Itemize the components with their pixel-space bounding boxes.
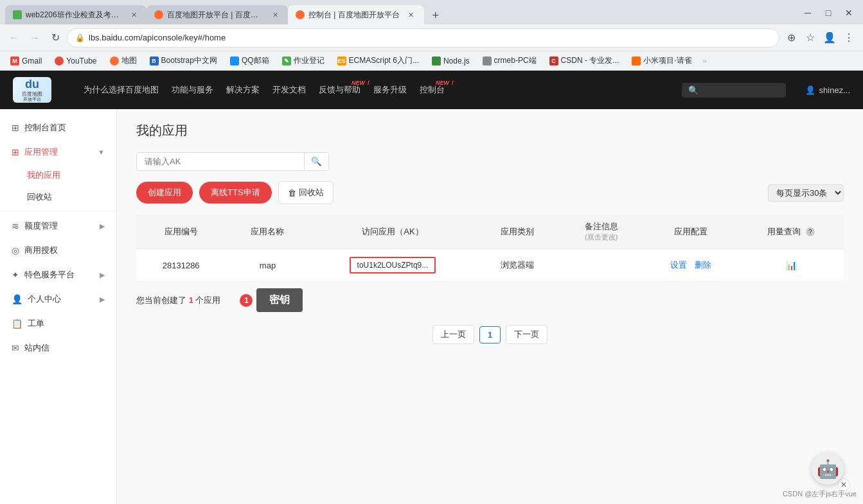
logo-line2: 开放平台 [23, 97, 41, 102]
bookmark-bootstrap[interactable]: B Bootstrap中文网 [145, 54, 222, 67]
tab-2[interactable]: 百度地图开放平台 | 百度地图API... ✕ [147, 5, 288, 24]
nav-features[interactable]: 功能与服务 [172, 84, 213, 96]
th-usage: 用量查询 ? [738, 214, 844, 249]
bookmark-map[interactable]: 地图 [105, 54, 142, 67]
nav-why[interactable]: 为什么选择百度地图 [84, 84, 159, 96]
nav-solutions[interactable]: 解决方案 [226, 84, 260, 96]
bookmarks-more[interactable]: » [702, 56, 707, 65]
site-search[interactable]: 🔍 [682, 83, 786, 98]
sidebar-item-tickets[interactable]: 📋 工单 [0, 311, 116, 336]
sidebar-item-inbox[interactable]: ✉ 站内信 [0, 336, 116, 360]
create-app-button[interactable]: 创建应用 [136, 182, 193, 204]
bookmark-gmail[interactable]: M Gmail [5, 55, 47, 67]
th-ak: 访问应用（AK） [310, 214, 476, 249]
th-category: 应用类别 [476, 214, 559, 249]
sidebar-auth-label: 商用授权 [24, 245, 58, 256]
special-chevron: ▶ [100, 271, 105, 279]
ak-search-button[interactable]: 🔍 [304, 153, 328, 170]
sidebar-quota-label: 额度管理 [24, 220, 58, 232]
maximize-button[interactable]: □ [819, 4, 837, 22]
prev-page-button[interactable]: 上一页 [432, 325, 474, 344]
usage-chart-icon[interactable]: 📊 [786, 260, 797, 270]
tts-button[interactable]: 离线TTS申请 [199, 182, 272, 204]
bookmark-crmeb-label: crmeb-PC端 [494, 55, 537, 66]
bookmark-button[interactable]: ☆ [801, 29, 819, 47]
ak-input[interactable] [137, 153, 304, 170]
cell-remark[interactable] [560, 249, 643, 282]
watermark: CSDN @左手js右手vue [783, 489, 857, 499]
sidebar-item-quota[interactable]: ≋ 额度管理 ▶ [0, 214, 116, 238]
tab-3-close[interactable]: ✕ [406, 10, 416, 20]
close-button[interactable]: ✕ [840, 4, 858, 22]
recycle-button[interactable]: 🗑 回收站 [278, 181, 334, 204]
sidebar-subitem-myapps[interactable]: 我的应用 [0, 164, 116, 186]
sidebar-subitem-recycle[interactable]: 回收站 [0, 186, 116, 208]
key-tooltip-label: 密钥 [269, 293, 290, 307]
per-page-selector[interactable]: 每页显示30条 [768, 184, 844, 202]
bookmark-qq[interactable]: QQ邮箱 [225, 54, 274, 67]
sidebar-item-dashboard[interactable]: ⊞ 控制台首页 [0, 116, 116, 140]
ak-value[interactable]: toU1k2LOUsZPtq9... [350, 257, 436, 274]
per-page-select[interactable]: 每页显示30条 [768, 184, 844, 202]
sidebar-item-personal[interactable]: 👤 个人中心 ▶ [0, 287, 116, 311]
bookmark-bootstrap-icon: B [150, 56, 159, 65]
ak-search-box[interactable]: 🔍 [136, 152, 329, 171]
cell-config: 设置 删除 [643, 249, 738, 282]
back-button[interactable]: ← [5, 29, 23, 47]
nav-console[interactable]: 控制台 NEW！ [420, 84, 445, 96]
address-text: lbs.baidu.com/apiconsole/key#/home [89, 33, 771, 42]
tab-1[interactable]: web2206班作业检查及考试情况... ✕ [5, 5, 147, 24]
personal-chevron: ▶ [100, 295, 105, 304]
nav-feedback[interactable]: 反馈与帮助 NEW！ [319, 84, 360, 96]
sidebar-item-auth[interactable]: ◎ 商用授权 [0, 238, 116, 263]
bookmark-csdn[interactable]: C CSDN - 专业发... [544, 54, 625, 67]
tab-1-close[interactable]: ✕ [129, 10, 139, 20]
app-mgmt-icon: ⊞ [12, 147, 19, 157]
bookmark-csdn-label: CSDN - 专业发... [561, 55, 619, 66]
nav-upgrade[interactable]: 服务升级 [373, 84, 407, 96]
bookmark-crmeb[interactable]: crmeb-PC端 [477, 54, 542, 67]
site-logo: du 百度地图 开放平台 [13, 77, 51, 103]
sidebar-item-app-mgmt[interactable]: ⊞ 应用管理 ▼ [0, 140, 116, 164]
new-tab-button[interactable]: + [427, 6, 445, 24]
address-bar[interactable]: 🔒 lbs.baidu.com/apiconsole/key#/home [67, 28, 779, 48]
app-mgmt-chevron: ▼ [98, 148, 105, 156]
nav-docs[interactable]: 开发文档 [272, 84, 306, 96]
bookmark-xiaomi[interactable]: 小米项目·请雀 [627, 54, 697, 67]
quota-icon: ≋ [12, 221, 19, 231]
lock-icon: 🔒 [75, 33, 85, 42]
next-page-button[interactable]: 下一页 [506, 325, 547, 344]
sidebar-dashboard-label: 控制台首页 [24, 122, 66, 134]
config-del-link[interactable]: 删除 [695, 260, 711, 270]
tab-3[interactable]: 控制台 | 百度地图开放平台 ✕ [288, 5, 424, 24]
more-button[interactable]: ⋮ [840, 29, 858, 47]
forward-button[interactable]: → [26, 29, 44, 47]
cell-app-name: map [226, 249, 309, 282]
tab-3-label: 控制台 | 百度地图开放平台 [308, 10, 400, 21]
user-info[interactable]: 👤 shinez... [805, 85, 850, 95]
bookmark-ecma[interactable]: ES ECMAScript 6入门... [332, 54, 424, 67]
th-config: 应用配置 [643, 214, 738, 249]
user-icon: 👤 [805, 85, 815, 95]
site-search-input[interactable] [702, 85, 779, 95]
sidebar-tickets-label: 工单 [28, 318, 44, 329]
robot-emoji: 🤖 [817, 458, 839, 480]
logo-line1: 百度地图 [22, 91, 42, 98]
status-row: 您当前创建了 1 个应用 1 密钥 [136, 288, 844, 312]
bookmark-youtube[interactable]: YouTube [49, 55, 102, 67]
bookmark-work[interactable]: ✎ 作业登记 [277, 54, 330, 67]
usage-help-icon[interactable]: ? [806, 227, 815, 236]
bookmarks-bar: M Gmail YouTube 地图 B Bootstrap中文网 QQ邮箱 ✎… [0, 51, 863, 71]
sidebar-item-special[interactable]: ✦ 特色服务平台 ▶ [0, 263, 116, 287]
reload-button[interactable]: ↻ [46, 29, 64, 47]
bookmark-node[interactable]: Node.js [427, 55, 475, 67]
config-set-link[interactable]: 设置 [670, 260, 687, 270]
robot-avatar[interactable]: 🤖 [812, 453, 844, 485]
sidebar-divider-1 [0, 211, 116, 211]
profile-button[interactable]: 👤 [821, 29, 839, 47]
sidebar: ⊞ 控制台首页 ⊞ 应用管理 ▼ 我的应用 回收站 ≋ [0, 109, 117, 504]
tab-2-close[interactable]: ✕ [270, 10, 280, 20]
cast-button[interactable]: ⊕ [782, 29, 800, 47]
th-remark: 备注信息 (双击更改) [560, 214, 643, 249]
minimize-button[interactable]: ─ [799, 4, 817, 22]
